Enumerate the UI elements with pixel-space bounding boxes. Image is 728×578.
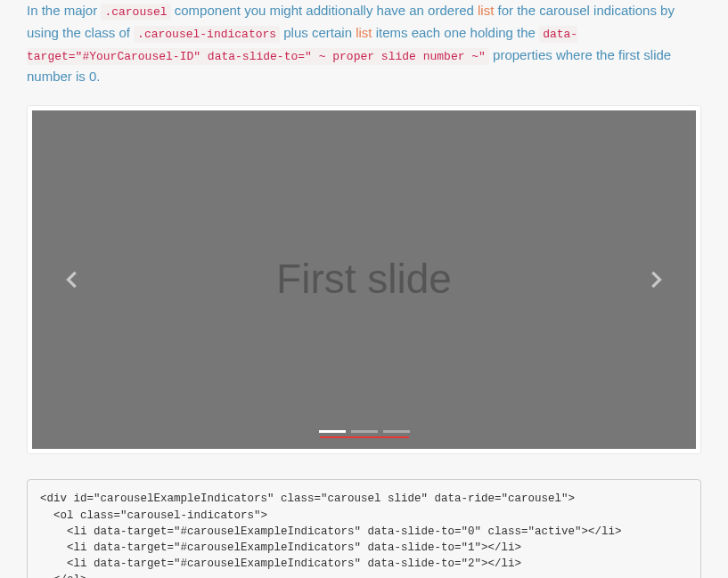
code-block: <div id="carouselExampleIndicators" clas… (27, 479, 701, 578)
carousel-prev-button[interactable] (59, 267, 84, 292)
chevron-right-icon (644, 280, 669, 295)
carousel-indicator-1[interactable] (351, 430, 378, 433)
carousel-indicator-0[interactable] (319, 430, 346, 433)
carousel-next-button[interactable] (644, 267, 669, 292)
intro-text-2: component you might additionally have an… (171, 3, 478, 18)
chevron-left-icon (59, 280, 84, 295)
carousel-container: First slide (27, 105, 701, 454)
carousel[interactable]: First slide (32, 110, 696, 449)
carousel-slide-text: First slide (276, 248, 452, 313)
carousel-indicator-2[interactable] (383, 430, 410, 433)
highlight-list-1: list (478, 3, 494, 18)
intro-text-5: items each one holding the (372, 25, 540, 40)
intro-text-1: In the major (27, 3, 101, 18)
intro-text-4: plus certain (280, 25, 356, 40)
inline-code-indicators: .carousel-indicators (134, 26, 280, 43)
highlight-list-2: list (356, 25, 372, 40)
carousel-indicators (319, 430, 410, 433)
inline-code-carousel: .carousel (101, 4, 170, 20)
intro-paragraph: In the major .carousel component you mig… (27, 0, 701, 87)
indicator-underline (320, 436, 409, 438)
